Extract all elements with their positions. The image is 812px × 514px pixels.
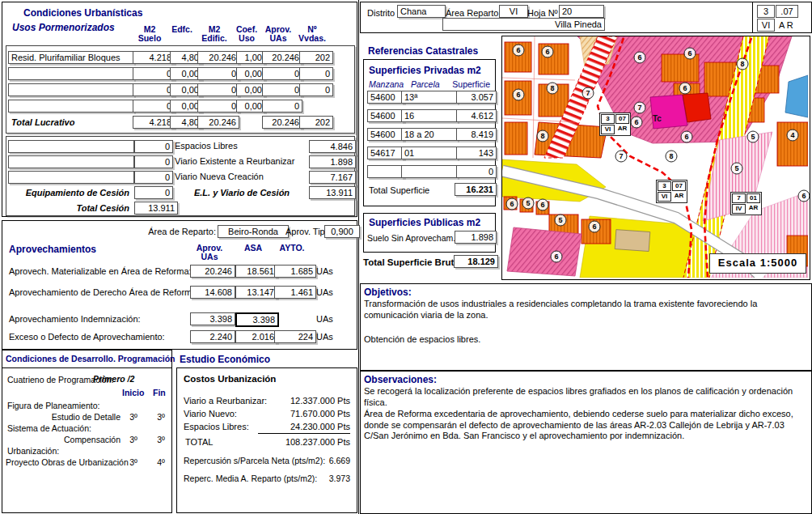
observaciones-section: Observaciones: Se recogerá la localizaci…: [360, 371, 812, 514]
uso-aprov-field[interactable]: 0: [262, 83, 302, 96]
map-parcel-number: 5: [555, 215, 567, 227]
ficha-urbanistica: Condiciones Urbanísticas Usos Pormenoriz…: [0, 0, 812, 514]
uso-m2_edific-field[interactable]: 0: [197, 100, 239, 113]
ayto-field[interactable]: 1.461: [274, 286, 316, 299]
desarrollo-inicio-value: 3º: [124, 412, 143, 422]
cesion-value-field[interactable]: 0: [134, 155, 173, 168]
map-ar-ref-cell: AR: [672, 192, 686, 200]
map-parcel-number: 6: [551, 251, 563, 263]
aprov-uas-field[interactable]: 20.246: [190, 265, 235, 278]
uso-m2_edific-field[interactable]: 20.246: [197, 51, 239, 64]
map-parcel-number: 6: [513, 89, 525, 101]
map-ar-ref-cell: IV: [732, 204, 746, 214]
cesion-empty-field[interactable]: [8, 140, 134, 153]
map-parcel-number: 5: [747, 131, 759, 143]
map-ar-ref-cell: 07: [615, 114, 629, 124]
asa-field[interactable]: 18.561: [235, 265, 277, 278]
cesion-empty-field[interactable]: [8, 155, 134, 168]
superficie-field[interactable]: 4.612: [456, 109, 497, 122]
parcela-field[interactable]: [401, 165, 458, 178]
uso-aprov-field[interactable]: 0: [262, 67, 302, 80]
uso-coef-field[interactable]: 0,00: [236, 67, 265, 80]
uso-label-field[interactable]: Resid. Plurifamiliar Bloques: [8, 51, 134, 64]
cesion-empty-field[interactable]: [8, 171, 134, 184]
publicas-section: Superficies Públicas m2 Suelo Sin Aprove…: [363, 213, 496, 253]
uso-m2_suelo-field[interactable]: 4.218: [133, 51, 175, 64]
cesion-superficie-field[interactable]: 4.846: [309, 140, 356, 153]
map-parcel-number: 6: [542, 46, 554, 58]
nombre-field[interactable]: Villa Pineda: [442, 18, 605, 31]
uso-label-field[interactable]: [8, 83, 134, 96]
total-superficie-field[interactable]: 16.231: [455, 183, 497, 196]
el-viario-field[interactable]: 13.911: [309, 186, 356, 199]
uso-m2_edific-field[interactable]: 0: [197, 83, 239, 96]
uso-vvdas-field[interactable]: 202: [299, 51, 333, 64]
uso-coef-field[interactable]: 0,00: [236, 100, 265, 113]
uso-coef-field[interactable]: 0,00: [236, 83, 265, 96]
asa-field[interactable]: 13.147: [235, 286, 277, 299]
ar-ref-sub: .07: [776, 5, 798, 18]
uso-label-field[interactable]: [8, 100, 134, 113]
cesion-value-field[interactable]: 0: [134, 171, 173, 184]
manzana-field[interactable]: [367, 165, 404, 178]
uso-m2_suelo-field[interactable]: 0: [133, 100, 175, 113]
area-reparto-field[interactable]: VI: [499, 5, 528, 18]
parcela-field[interactable]: 01: [401, 147, 458, 159]
aprov-uas-field[interactable]: 14.608: [190, 286, 235, 299]
total-lucrativo-m2_edific-field[interactable]: 20.246: [197, 116, 239, 129]
column-header: NºVvdas.: [298, 25, 326, 43]
cesion-name-label: Espacios Libres: [175, 141, 238, 151]
cesion-superficie-field[interactable]: 1.898: [309, 155, 356, 168]
parcela-field[interactable]: 18 a 20: [401, 128, 458, 141]
cesion-superficie-field[interactable]: 7.167: [309, 171, 356, 184]
panel-divider: [358, 0, 359, 514]
equipamiento-field[interactable]: 0: [134, 186, 173, 199]
manzana-field[interactable]: 54600: [367, 128, 404, 141]
uso-label-field[interactable]: [8, 67, 134, 80]
superficie-field[interactable]: 3.057: [456, 91, 497, 104]
uso-aprov-field[interactable]: 0: [262, 100, 302, 113]
uso-m2_suelo-field[interactable]: 0: [133, 67, 175, 80]
superficie-field[interactable]: 143: [456, 147, 497, 159]
map-parcel-number: 6: [506, 198, 518, 210]
manzana-field[interactable]: 54600: [367, 91, 404, 104]
ayto-field[interactable]: 224: [274, 330, 316, 343]
uso-vvdas-field[interactable]: 0: [299, 67, 333, 80]
parcela-field[interactable]: 16: [401, 109, 458, 122]
distrito-field[interactable]: Chana: [397, 5, 446, 18]
superficie-field[interactable]: 8.419: [456, 128, 497, 141]
hoja-field[interactable]: 20: [559, 5, 604, 18]
map-parcel-number: 6: [513, 45, 525, 57]
manzana-field[interactable]: 54600: [367, 109, 404, 122]
superficie-field[interactable]: 0: [456, 165, 497, 178]
asa-field[interactable]: 3.398: [235, 312, 279, 327]
aprovechamiento-row-label: Exceso o Defecto de Aprovechamiento:: [9, 332, 165, 342]
aprov-uas-field[interactable]: 2.240: [190, 330, 235, 343]
parcela-field[interactable]: 13ª: [401, 91, 458, 104]
total-cesion-field[interactable]: 13.911: [134, 202, 178, 215]
total-lucrativo-aprov-field[interactable]: 20.246: [262, 116, 302, 129]
asa-field[interactable]: 2.016: [235, 330, 277, 343]
ayto-field[interactable]: 1.685: [274, 265, 316, 278]
cesion-value-field[interactable]: 0: [134, 140, 173, 153]
costo-label: Espacios Libres:: [184, 422, 249, 431]
manzana-field[interactable]: 54617: [367, 147, 404, 159]
column-header: Edfc.: [169, 25, 195, 43]
aprov-uas-field[interactable]: 3.398: [190, 312, 235, 325]
uas-unit-label: UAs: [316, 266, 333, 276]
uso-m2_edific-field[interactable]: 0: [197, 67, 239, 80]
uso-coef-field[interactable]: 1,00: [236, 51, 265, 64]
map-ar-ref-cell: AR: [746, 204, 760, 212]
map-parcel-number: 5: [522, 198, 535, 210]
total-lucrativo-vvdas-field[interactable]: 202: [299, 116, 333, 129]
costo-value: 12.337.000 Pts: [290, 396, 350, 406]
uso-vvdas-field[interactable]: 0: [299, 83, 333, 96]
total-bruta-field[interactable]: 18.129: [454, 255, 498, 268]
total-value: 108.237.000 Pts: [285, 437, 350, 447]
suelo-sin-aprovecham-field[interactable]: 1.898: [455, 231, 497, 244]
uso-aprov-field[interactable]: 20.246: [262, 51, 302, 64]
ar-ref-box: 3 .07 VI A R: [752, 2, 812, 33]
uso-m2_suelo-field[interactable]: 0: [133, 83, 175, 96]
observaciones-title: Observaciones:: [364, 374, 437, 385]
total-lucrativo-m2_suelo-field[interactable]: 4.218: [133, 116, 175, 129]
